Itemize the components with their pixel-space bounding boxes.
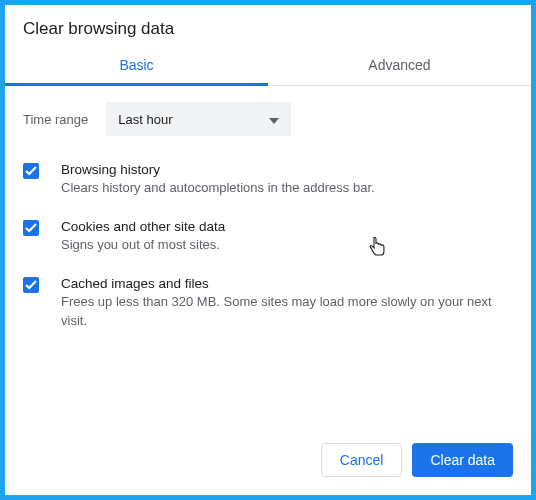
- time-range-select[interactable]: Last hour: [106, 102, 291, 136]
- button-label: Clear data: [430, 452, 495, 468]
- option-browsing-history: Browsing history Clears history and auto…: [23, 162, 513, 197]
- tab-basic[interactable]: Basic: [5, 47, 268, 85]
- checkbox-browsing-history[interactable]: [23, 163, 39, 179]
- button-label: Cancel: [340, 452, 384, 468]
- option-text: Cached images and files Frees up less th…: [61, 276, 513, 329]
- clear-browsing-data-dialog: Clear browsing data Basic Advanced Time …: [5, 5, 531, 495]
- option-label: Cached images and files: [61, 276, 513, 291]
- tab-advanced[interactable]: Advanced: [268, 47, 531, 85]
- tab-label: Basic: [119, 57, 153, 73]
- clear-data-button[interactable]: Clear data: [412, 443, 513, 477]
- option-label: Cookies and other site data: [61, 219, 513, 234]
- dialog-content: Time range Last hour Browsing history Cl…: [5, 86, 531, 429]
- option-desc: Clears history and autocompletions in th…: [61, 179, 513, 197]
- checkbox-cookies[interactable]: [23, 220, 39, 236]
- dialog-footer: Cancel Clear data: [5, 429, 531, 495]
- option-label: Browsing history: [61, 162, 513, 177]
- option-cached-images: Cached images and files Frees up less th…: [23, 276, 513, 329]
- tab-label: Advanced: [368, 57, 430, 73]
- chevron-down-icon: [269, 112, 279, 127]
- dialog-title: Clear browsing data: [5, 5, 531, 47]
- time-range-label: Time range: [23, 112, 88, 127]
- cancel-button[interactable]: Cancel: [321, 443, 403, 477]
- option-text: Browsing history Clears history and auto…: [61, 162, 513, 197]
- option-cookies: Cookies and other site data Signs you ou…: [23, 219, 513, 254]
- option-text: Cookies and other site data Signs you ou…: [61, 219, 513, 254]
- option-desc: Signs you out of most sites.: [61, 236, 513, 254]
- option-desc: Frees up less than 320 MB. Some sites ma…: [61, 293, 513, 329]
- tab-bar: Basic Advanced: [5, 47, 531, 86]
- checkbox-cached-images[interactable]: [23, 277, 39, 293]
- time-range-row: Time range Last hour: [23, 102, 513, 136]
- time-range-value: Last hour: [118, 112, 172, 127]
